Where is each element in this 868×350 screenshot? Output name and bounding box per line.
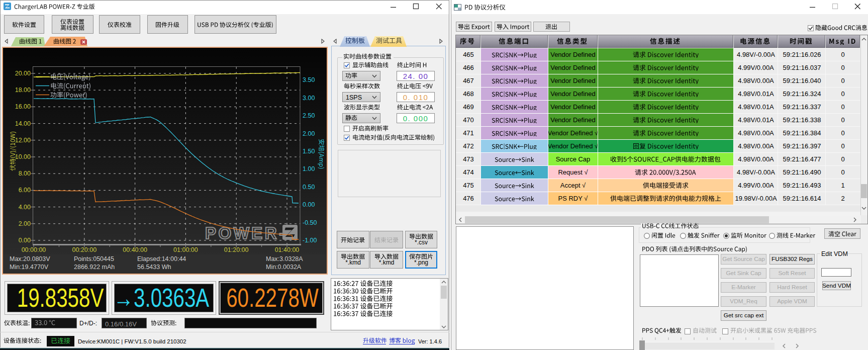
svg-text:2.50: 2.50 [303,112,315,119]
svg-text:3.50: 3.50 [303,76,315,83]
svg-text:2.00: 2.00 [19,220,31,227]
svg-text:2.00: 2.00 [303,130,315,137]
svg-text:Max:20.0803V: Max:20.0803V [10,255,50,262]
svg-text:Min:0.0032A: Min:0.0032A [266,264,302,271]
svg-text:1.50: 1.50 [303,148,315,155]
svg-text:0.00: 0.00 [19,237,31,244]
svg-text:POWER-: POWER- [205,224,287,242]
svg-text:16.00: 16.00 [15,103,31,110]
svg-text:0.00: 0.00 [303,201,315,208]
svg-text:6.00: 6.00 [19,187,31,194]
svg-text:0.50: 0.50 [303,184,315,191]
svg-text:18.00: 18.00 [15,86,31,94]
svg-text:Min:19.4770V: Min:19.4770V [10,264,49,271]
svg-text:01:20:00: 01:20:00 [224,246,249,253]
svg-text:3.00: 3.00 [303,95,315,102]
svg-text:01:40:00: 01:40:00 [275,246,300,253]
svg-text:00:20:00: 00:20:00 [72,246,97,253]
svg-text:-0.50: -0.50 [303,219,317,226]
svg-text:Points:050445: Points:050445 [74,255,114,262]
svg-text:1.00: 1.00 [303,165,315,172]
svg-text:Elapsed:14:00:44: Elapsed:14:00:44 [137,255,186,262]
svg-text:2866.922 mAh: 2866.922 mAh [74,264,115,271]
svg-text:-1.00: -1.00 [303,237,317,244]
svg-text:Max:3.0328A: Max:3.0328A [266,255,303,262]
svg-text:00:00:00: 00:00:00 [22,246,46,253]
svg-text:01:00:00: 01:00:00 [173,246,198,253]
svg-text:00:40:00: 00:40:00 [123,246,147,253]
svg-text:8.00: 8.00 [19,170,31,177]
svg-text:20.00: 20.00 [15,70,31,77]
svg-text:14.00: 14.00 [15,120,31,127]
svg-text:56.5433 Wh: 56.5433 Wh [137,264,171,271]
svg-text:4.00: 4.00 [19,204,31,211]
